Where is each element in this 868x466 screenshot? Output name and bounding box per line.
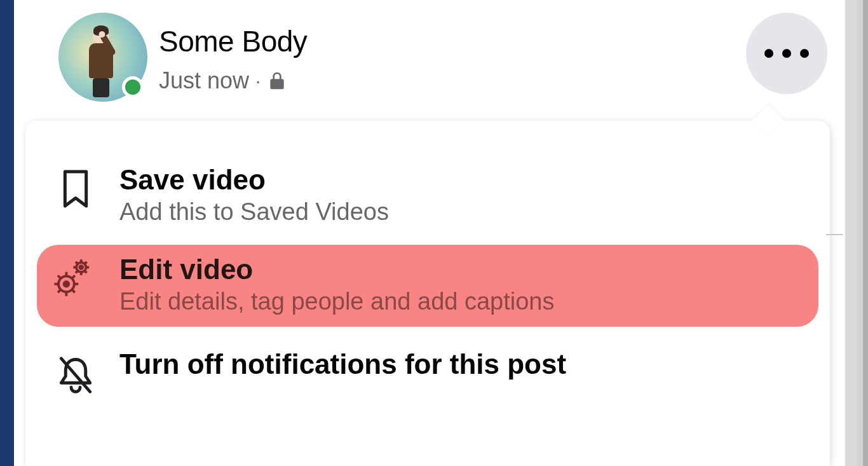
lock-icon[interactable] [267,70,287,92]
menu-item-title: Save video [119,164,802,196]
presence-online-indicator [122,76,144,98]
menu-item-title: Turn off notifications for this post [119,348,802,380]
meta-separator: · [255,70,261,92]
right-scroll-gutter [845,0,868,466]
menu-item-subtitle: Add this to Saved Videos [119,198,802,226]
avatar[interactable] [58,13,147,102]
post-header: Some Body Just now · [14,0,845,118]
svg-line-6 [76,262,78,264]
svg-point-1 [79,266,83,269]
more-horizontal-icon [764,49,809,58]
post-options-menu: Save video Add this to Saved Videos [25,121,830,466]
divider [826,234,843,235]
menu-item-turn-off-notifications[interactable]: Turn off notifications for this post [37,334,818,413]
svg-line-16 [58,275,60,278]
menu-item-subtitle: Edit details, tag people and add caption… [119,288,802,315]
bell-off-icon [53,348,98,398]
menu-item-title: Edit video [119,254,802,285]
post-more-button[interactable] [746,13,827,94]
svg-line-9 [76,271,78,273]
left-accent-strip [0,0,14,466]
svg-line-18 [72,275,75,278]
menu-item-save-video[interactable]: Save video Add this to Saved Videos [37,150,818,241]
post-timestamp[interactable]: Just now [159,67,249,94]
author-name[interactable]: Some Body [159,24,307,58]
svg-line-19 [58,290,60,292]
svg-point-11 [64,282,69,287]
svg-line-7 [85,271,87,273]
svg-line-8 [85,262,87,264]
bookmark-icon [53,164,98,210]
gears-icon [53,254,98,299]
menu-item-edit-video[interactable]: Edit video Edit details, tag people and … [37,245,818,327]
svg-line-17 [72,290,75,292]
post-meta: Just now · [159,67,307,94]
